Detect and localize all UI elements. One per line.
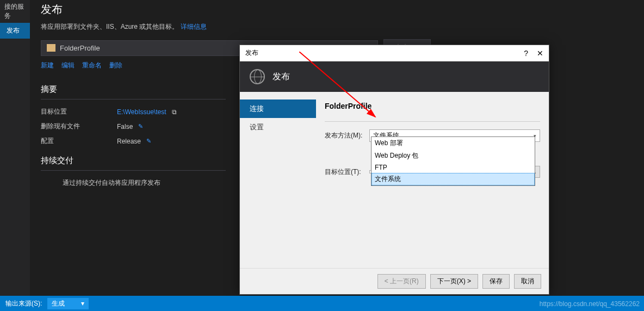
target-location-value[interactable]: E:\WebIssue\test — [117, 108, 166, 116]
action-rename[interactable]: 重命名 — [82, 61, 102, 70]
publish-dialog: 发布 ? ✕ 发布 连接 设置 FolderProfile 发布方法(M): 文… — [239, 45, 549, 295]
cancel-button[interactable]: 取消 — [514, 274, 541, 289]
action-edit[interactable]: 编辑 — [61, 61, 75, 70]
nav-settings[interactable]: 设置 — [240, 118, 316, 136]
prev-button[interactable]: < 上一页(R) — [377, 274, 426, 289]
watermark: https://blog.csdn.net/qq_43562262 — [540, 300, 640, 308]
target-location-label: 目标位置 — [41, 107, 117, 116]
folder-icon — [47, 44, 55, 52]
globe-icon — [250, 69, 265, 84]
action-new[interactable]: 新建 — [41, 61, 54, 70]
dialog-profile-name: FolderProfile — [325, 102, 540, 110]
save-button[interactable]: 保存 — [482, 274, 510, 289]
more-info-link[interactable]: 详细信息 — [181, 23, 207, 30]
action-delete[interactable]: 删除 — [109, 61, 122, 70]
profile-name: FolderProfile — [60, 44, 100, 52]
config-value: Release — [117, 138, 141, 145]
output-source-label: 输出来源(S): — [2, 298, 45, 309]
page-subtitle: 将应用部署到文件夹、IIS、Azure 或其他目标。 详细信息 — [41, 22, 644, 32]
config-label: 配置 — [41, 136, 117, 146]
output-source-dropdown[interactable]: 生成 ▾ — [47, 298, 89, 309]
dialog-title: 发布 — [245, 48, 258, 58]
cd-heading: 持续交付 — [41, 151, 226, 171]
publish-method-dropdown: Web 部署 Web Deploy 包 FTP 文件系统 — [371, 136, 535, 186]
help-button[interactable]: ? — [524, 49, 528, 58]
publish-method-label: 发布方法(M): — [325, 131, 369, 140]
copy-icon[interactable]: ⧉ — [172, 108, 177, 116]
summary-heading: 摘要 — [41, 80, 226, 99]
dropdown-option[interactable]: FTP — [371, 162, 535, 173]
pencil-icon[interactable]: ✎ — [138, 123, 143, 130]
page-title: 发布 — [41, 0, 644, 19]
close-button[interactable]: ✕ — [537, 49, 543, 58]
next-button[interactable]: 下一页(X) > — [430, 274, 478, 289]
delete-existing-value: False — [117, 123, 133, 130]
sidebar-item-publish[interactable]: 发布 — [0, 23, 30, 39]
pencil-icon[interactable]: ✎ — [146, 138, 151, 145]
dropdown-option[interactable]: Web Deploy 包 — [371, 150, 535, 162]
dialog-header-title: 发布 — [273, 71, 290, 83]
sidebar-item-services[interactable]: 接的服务 — [0, 0, 30, 23]
target-location-label: 目标位置(T): — [325, 167, 369, 177]
dropdown-option-selected[interactable]: 文件系统 — [371, 173, 535, 185]
nav-connection[interactable]: 连接 — [240, 99, 316, 118]
chevron-down-icon: ▾ — [81, 300, 84, 307]
delete-existing-label: 删除现有文件 — [41, 122, 117, 131]
dropdown-option[interactable]: Web 部署 — [371, 137, 535, 150]
